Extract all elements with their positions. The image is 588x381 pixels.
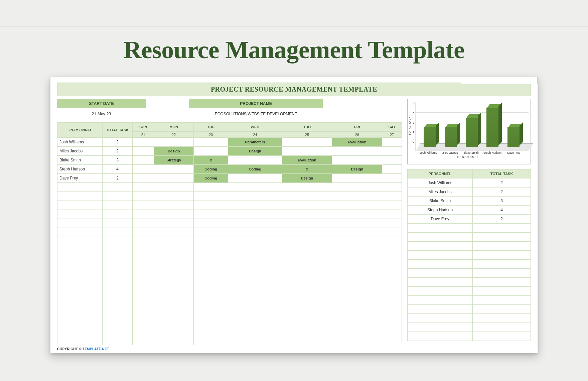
cell-empty[interactable] [473,251,531,260]
table-row[interactable] [408,251,531,260]
cell-day[interactable] [154,174,194,183]
cell-empty[interactable] [473,260,531,269]
cell-empty[interactable] [332,309,382,318]
cell-empty[interactable] [57,183,103,192]
cell-personnel[interactable]: Miles Jacobs [408,187,473,197]
cell-empty[interactable] [154,228,194,237]
cell-empty[interactable] [282,210,332,219]
cell-empty[interactable] [57,201,103,210]
cell-day[interactable]: Design [228,147,282,156]
table-row[interactable]: Dave Frey2 [408,215,531,224]
cell-day[interactable]: Coding [194,165,228,174]
cell-total[interactable]: 2 [103,147,133,156]
cell-total[interactable]: 2 [473,178,531,187]
project-name-value[interactable]: ECOSOLUTIONS WEBSITE DEVELOPMENT [189,108,323,120]
cell-day[interactable] [282,147,332,156]
cell-empty[interactable] [282,264,332,273]
cell-empty[interactable] [228,255,282,264]
cell-empty[interactable] [332,192,382,201]
cell-empty[interactable] [103,237,133,246]
cell-day[interactable]: Coding [228,165,282,174]
cell-empty[interactable] [228,192,282,201]
table-row[interactable]: Blake Smith3 [408,197,531,206]
cell-empty[interactable] [382,282,402,291]
cell-empty[interactable] [133,192,154,201]
cell-personnel[interactable]: Dave Frey [57,174,103,183]
cell-empty[interactable] [382,219,402,228]
cell-empty[interactable] [194,201,228,210]
cell-empty[interactable] [382,192,402,201]
cell-personnel[interactable]: Dave Frey [408,215,473,224]
cell-empty[interactable] [154,273,194,282]
cell-day[interactable] [332,174,382,183]
cell-empty[interactable] [154,327,194,336]
table-row[interactable] [408,242,531,251]
cell-empty[interactable] [103,327,133,336]
cell-empty[interactable] [194,246,228,255]
table-row[interactable] [57,183,402,192]
cell-empty[interactable] [154,300,194,309]
cell-empty[interactable] [282,201,332,210]
cell-empty[interactable] [228,327,282,336]
cell-empty[interactable] [154,291,194,300]
cell-empty[interactable] [194,192,228,201]
cell-empty[interactable] [282,336,332,345]
table-row[interactable] [408,296,531,305]
cell-empty[interactable] [382,291,402,300]
table-row[interactable] [408,233,531,242]
cell-empty[interactable] [57,309,103,318]
cell-empty[interactable] [228,210,282,219]
cell-day[interactable] [332,156,382,165]
cell-empty[interactable] [382,183,402,192]
table-row[interactable] [57,246,402,255]
cell-total[interactable]: 2 [103,174,133,183]
cell-empty[interactable] [103,318,133,327]
cell-empty[interactable] [382,201,402,210]
cell-empty[interactable] [473,278,531,287]
cell-empty[interactable] [408,278,473,287]
cell-personnel[interactable]: Miles Jacobs [57,147,103,156]
cell-empty[interactable] [154,210,194,219]
cell-empty[interactable] [103,246,133,255]
cell-empty[interactable] [473,323,531,332]
cell-empty[interactable] [228,300,282,309]
cell-empty[interactable] [57,255,103,264]
cell-empty[interactable] [133,183,154,192]
cell-empty[interactable] [133,228,154,237]
cell-empty[interactable] [57,291,103,300]
cell-empty[interactable] [194,228,228,237]
cell-empty[interactable] [382,264,402,273]
cell-day[interactable]: Evaluation [332,138,382,147]
cell-empty[interactable] [282,327,332,336]
cell-empty[interactable] [154,183,194,192]
cell-empty[interactable] [154,237,194,246]
cell-total[interactable]: 2 [473,187,531,197]
table-row[interactable]: Steph Hudson4 [408,206,531,215]
cell-empty[interactable] [382,246,402,255]
cell-empty[interactable] [408,242,473,251]
table-row[interactable] [57,201,402,210]
cell-empty[interactable] [408,323,473,332]
cell-empty[interactable] [133,336,154,345]
summary-table[interactable]: PERSONNEL TOTAL TASK Josh Williams2Miles… [407,169,531,341]
cell-empty[interactable] [133,255,154,264]
cell-day[interactable] [382,174,402,183]
cell-empty[interactable] [473,224,531,233]
cell-total[interactable]: 4 [103,165,133,174]
cell-empty[interactable] [154,219,194,228]
cell-empty[interactable] [382,273,402,282]
cell-personnel[interactable]: Blake Smith [57,156,103,165]
cell-empty[interactable] [194,264,228,273]
table-row[interactable] [408,332,531,341]
table-row[interactable] [408,269,531,278]
cell-empty[interactable] [194,291,228,300]
cell-empty[interactable] [133,219,154,228]
cell-day[interactable]: Design [154,147,194,156]
cell-empty[interactable] [332,300,382,309]
cell-empty[interactable] [282,291,332,300]
table-row[interactable] [57,300,402,309]
cell-empty[interactable] [194,309,228,318]
cell-day[interactable] [382,165,402,174]
cell-day[interactable]: x [282,165,332,174]
cell-total[interactable]: 3 [473,197,531,206]
